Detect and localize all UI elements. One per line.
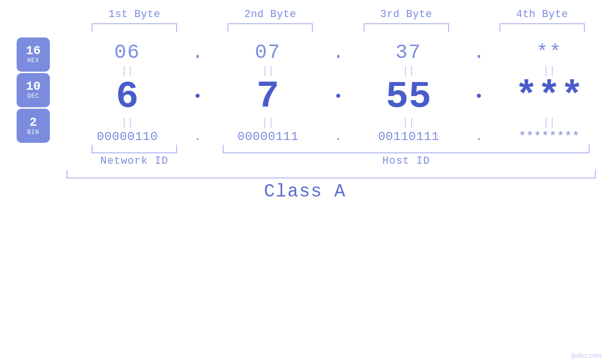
bracket-top-1 bbox=[66, 23, 202, 32]
hex-dot-3: . bbox=[473, 41, 485, 64]
bin-val-2: 00000111 bbox=[237, 130, 299, 144]
bin-val-4: ******** bbox=[518, 130, 580, 144]
network-id-label: Network ID bbox=[66, 155, 202, 167]
hex-dot-1: . bbox=[192, 41, 204, 64]
top-brackets-row bbox=[0, 23, 610, 32]
hex-badge-label: HEX bbox=[27, 57, 39, 64]
bin-dot-1: . bbox=[194, 130, 201, 144]
dec-dot-1: • bbox=[193, 89, 202, 105]
byte-labels-row: 1st Byte 2nd Byte 3rd Byte 4th Byte bbox=[0, 9, 610, 20]
dec-dot-3: • bbox=[475, 89, 483, 105]
hex-row: 06 . 07 . 37 . ** bbox=[66, 41, 610, 64]
labels-row: Network ID Host ID bbox=[0, 155, 610, 167]
hex-val-1: 06 bbox=[114, 41, 141, 64]
big-bracket-row bbox=[0, 170, 610, 178]
dec-badge-number: 10 bbox=[26, 80, 40, 93]
dec-badge: 10 DEC bbox=[17, 73, 50, 107]
hex-badge: 16 HEX bbox=[17, 37, 50, 72]
main-container: 1st Byte 2nd Byte 3rd Byte 4th Byte 16 H… bbox=[0, 0, 610, 364]
byte-label-3: 3rd Byte bbox=[338, 9, 474, 20]
bin-val-1: 00000110 bbox=[97, 130, 158, 144]
byte-label-1: 1st Byte bbox=[66, 9, 202, 20]
bin-val-3: 00110111 bbox=[378, 130, 439, 144]
eq2-4: || bbox=[488, 117, 610, 129]
dec-val-4: *** bbox=[515, 78, 583, 116]
dec-dot-2: • bbox=[334, 89, 342, 105]
eq2-3: || bbox=[348, 117, 469, 129]
bracket-bottom-host bbox=[202, 145, 610, 153]
bracket-top-3 bbox=[338, 23, 474, 32]
host-id-label: Host ID bbox=[202, 155, 610, 167]
bin-badge-label: BIN bbox=[27, 129, 39, 136]
bracket-bottom-network bbox=[66, 145, 202, 153]
eq2-1: || bbox=[66, 117, 188, 129]
bin-badge: 2 BIN bbox=[17, 109, 50, 143]
equals-row-2: || || || || bbox=[66, 117, 610, 129]
dec-badge-label: DEC bbox=[27, 93, 39, 100]
bracket-top-2 bbox=[202, 23, 338, 32]
watermark: ipshu.com bbox=[571, 352, 601, 359]
bin-dot-3: . bbox=[475, 130, 483, 144]
class-a-label: Class A bbox=[264, 181, 346, 202]
dec-row: 6 • 7 • 55 • *** bbox=[66, 78, 610, 116]
badges-column: 16 HEX 10 DEC 2 BIN bbox=[0, 37, 66, 144]
byte-label-2: 2nd Byte bbox=[202, 9, 338, 20]
bin-dot-2: . bbox=[335, 130, 342, 144]
bottom-brackets-row bbox=[0, 145, 610, 153]
bracket-top-4 bbox=[474, 23, 610, 32]
dec-val-2: 7 bbox=[256, 78, 279, 116]
dec-val-3: 55 bbox=[386, 78, 432, 116]
big-bracket bbox=[66, 170, 596, 178]
values-grid: 06 . 07 . 37 . ** || || || || 6 • bbox=[66, 37, 610, 144]
byte-label-4: 4th Byte bbox=[474, 9, 610, 20]
hex-val-3: 37 bbox=[395, 41, 422, 64]
hex-val-4: ** bbox=[536, 41, 563, 64]
hex-val-2: 07 bbox=[255, 41, 281, 64]
bin-row: 00000110 . 00000111 . 00110111 . *******… bbox=[66, 130, 610, 144]
bin-badge-number: 2 bbox=[29, 116, 37, 129]
eq2-2: || bbox=[207, 117, 328, 129]
hex-badge-number: 16 bbox=[26, 45, 40, 57]
hex-dot-2: . bbox=[332, 41, 344, 64]
dec-val-1: 6 bbox=[116, 78, 139, 116]
content-area: 16 HEX 10 DEC 2 BIN 06 . 07 . 37 . ** bbox=[0, 37, 610, 144]
class-label-row: Class A bbox=[0, 181, 610, 202]
